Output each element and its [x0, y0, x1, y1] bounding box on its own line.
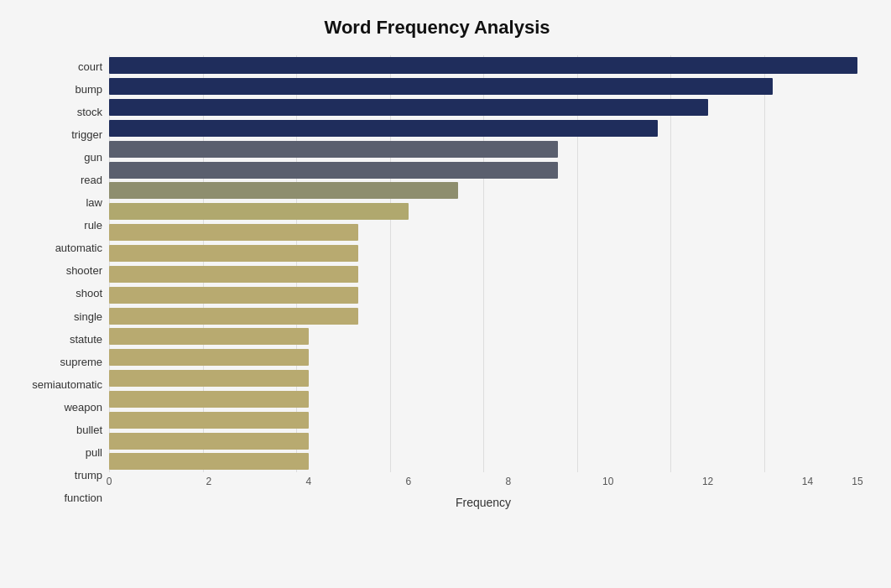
x-tick: 12 [702, 476, 713, 487]
bars-rows [109, 55, 857, 472]
bar [109, 308, 358, 325]
bar-row [109, 76, 857, 97]
bar-row [109, 55, 857, 76]
bar [109, 162, 558, 179]
y-label: function [64, 487, 102, 508]
bar-row [109, 243, 857, 264]
y-label: gun [84, 147, 102, 169]
y-axis: courtbumpstocktriggergunreadlawruleautom… [17, 55, 109, 509]
x-tick: 8 [505, 476, 511, 487]
bar [109, 453, 309, 470]
bar [109, 99, 708, 116]
bar [109, 203, 409, 220]
bar-row [109, 347, 857, 368]
chart-container: Word Frequency Analysis courtbumpstocktr… [0, 0, 891, 588]
chart-area: courtbumpstocktriggergunreadlawruleautom… [17, 55, 857, 509]
x-ticks: 0246810121415 [109, 476, 857, 492]
bar [109, 391, 309, 408]
bar-row [109, 159, 857, 180]
y-label: weapon [64, 396, 102, 418]
bar-row [109, 409, 857, 430]
chart-title: Word Frequency Analysis [17, 17, 857, 39]
y-label: trump [75, 464, 102, 486]
y-label: bullet [76, 419, 102, 440]
bar [109, 349, 309, 366]
x-axis-label: Frequency [109, 496, 857, 509]
bar [109, 412, 309, 429]
bar-row [109, 305, 857, 326]
y-label: read [81, 169, 102, 191]
y-label: court [78, 56, 102, 78]
bar-row [109, 430, 857, 451]
bar-row [109, 326, 857, 347]
bar-row [109, 138, 857, 159]
y-label: single [74, 305, 102, 327]
y-label: pull [86, 441, 102, 463]
bar-row [109, 451, 857, 472]
bar [109, 433, 309, 450]
bars-and-x: 0246810121415 Frequency [109, 55, 857, 509]
bar [109, 224, 358, 241]
bar [109, 57, 857, 74]
y-label: shooter [66, 260, 102, 282]
x-tick: 10 [602, 476, 613, 487]
bar-row [109, 263, 857, 284]
y-label: rule [84, 215, 102, 237]
x-tick: 6 [405, 476, 411, 487]
bar-row [109, 180, 857, 201]
bar-row [109, 284, 857, 305]
bar [109, 287, 358, 304]
bar [109, 78, 773, 95]
bar-row [109, 118, 857, 139]
bars-area [109, 55, 857, 472]
y-label: trigger [71, 124, 102, 146]
y-label: supreme [60, 351, 102, 372]
bar-row [109, 368, 857, 389]
y-label: shoot [76, 283, 102, 304]
x-axis: 0246810121415 Frequency [109, 472, 857, 509]
y-label: law [86, 192, 102, 214]
bar [109, 370, 309, 387]
x-tick: 2 [206, 476, 212, 487]
bar-row [109, 97, 857, 118]
bar [109, 141, 558, 158]
bar [109, 266, 358, 283]
bar-row [109, 389, 857, 410]
x-tick: 15 [852, 476, 862, 487]
bar-row [109, 201, 857, 222]
bar [109, 120, 658, 137]
x-tick: 0 [107, 476, 112, 487]
y-label: semiautomatic [32, 373, 102, 395]
x-tick: 4 [306, 476, 312, 487]
y-label: bump [75, 79, 102, 101]
bar [109, 245, 358, 262]
bar [109, 328, 309, 345]
y-label: statute [70, 328, 102, 350]
bar-row [109, 222, 857, 243]
bar [109, 182, 458, 199]
x-tick: 14 [802, 476, 813, 487]
y-label: automatic [55, 237, 102, 259]
y-label: stock [77, 101, 102, 123]
